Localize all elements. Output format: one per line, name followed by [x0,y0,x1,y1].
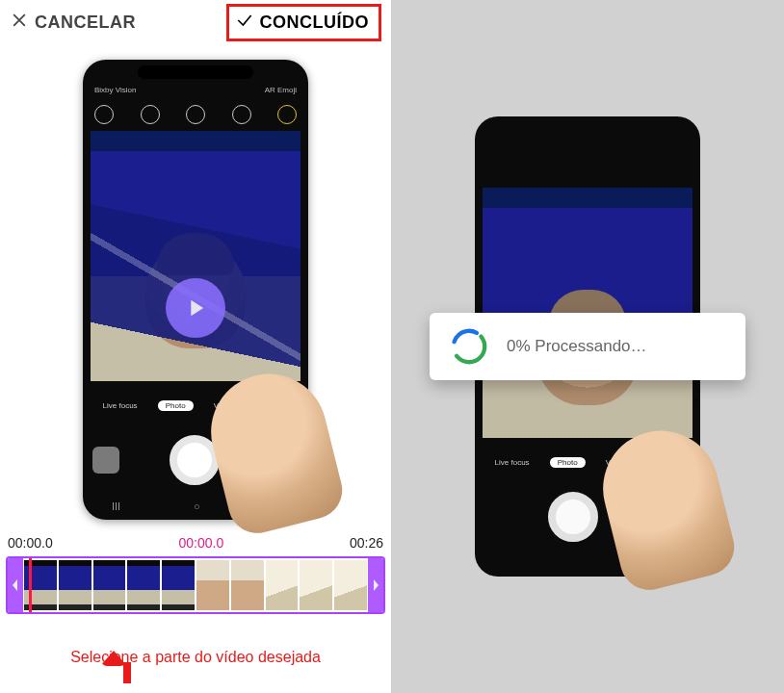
trim-handle-left[interactable] [8,558,23,612]
time-indicators: 00:00.0 00:00.0 00:26 [0,535,391,551]
cancel-button[interactable]: CANCELAR [10,11,136,35]
close-icon [10,11,29,35]
processing-percent: 0% [507,337,531,355]
spinner-icon [449,326,489,367]
processing-toast: 0% Processando… [430,313,745,380]
camera-setting-icon [94,105,114,124]
camera-setting-icon [141,105,160,124]
done-button[interactable]: CONCLUÍDO [235,11,370,35]
trim-strip[interactable] [6,556,385,614]
video-trim-editor: CANCELAR CONCLUÍDO Bixby Vision AR Emoji [0,0,391,693]
annotation: Selecione a parte do vídeo desejada [0,649,391,693]
check-icon [235,11,254,35]
top-bar: CANCELAR CONCLUÍDO [0,0,391,44]
camera-mode-active: Photo [158,400,194,411]
camera-mode: Live focus [103,401,138,410]
camera-setting-icon [277,105,297,124]
time-start: 00:00.0 [8,535,53,551]
trim-handle-right[interactable] [368,558,383,612]
processing-label: Processando… [535,337,646,355]
arrow-up-icon [114,651,141,683]
time-playhead: 00:00.0 [178,535,223,551]
thumbnail-frames[interactable] [23,558,368,612]
camera-status-left: Bixby Vision [94,86,136,94]
camera-setting-icon [186,105,205,124]
annotation-text: Selecione a parte do vídeo desejada [0,649,391,666]
done-highlight-box: CONCLUÍDO [226,4,382,41]
gallery-thumbnail-icon [92,447,119,474]
camera-status-right: AR Emoji [265,86,297,94]
processing-screen: Live focus Photo Video Live focus [391,0,784,693]
processing-message: 0% Processando… [507,337,647,356]
playhead[interactable] [29,558,32,612]
video-preview[interactable]: Bixby Vision AR Emoji Live focus [0,44,391,535]
done-label: CONCLUÍDO [260,13,370,33]
time-end: 00:26 [350,535,383,551]
play-button[interactable] [166,278,225,338]
cancel-label: CANCELAR [35,13,136,33]
camera-setting-icon [232,105,251,124]
